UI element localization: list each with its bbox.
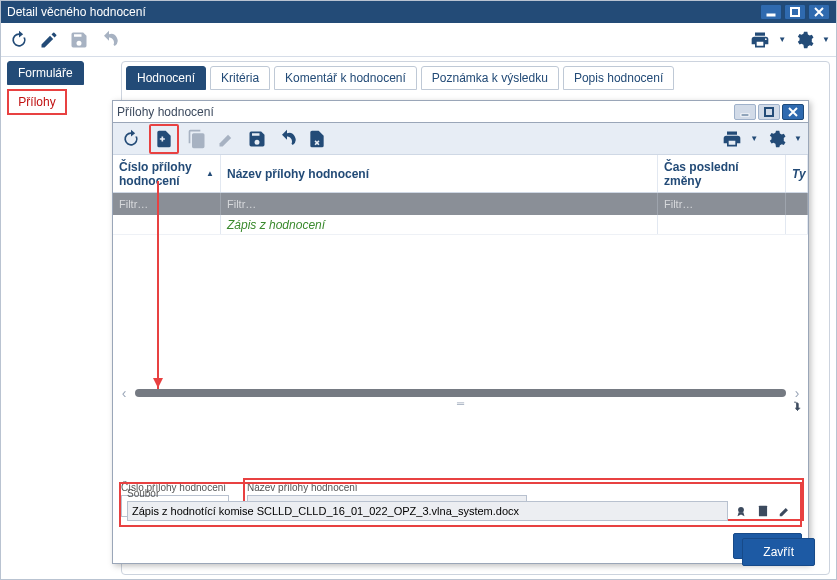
gear-icon[interactable] xyxy=(792,28,816,52)
cell-number xyxy=(113,215,221,234)
undo-icon xyxy=(97,28,121,52)
inner-edit-icon xyxy=(215,127,239,151)
gear-dropdown-icon[interactable]: ▼ xyxy=(822,35,830,44)
svg-rect-1 xyxy=(791,8,799,16)
tab-forms[interactable]: Formuláře xyxy=(7,61,84,85)
outer-footer: Zavřít xyxy=(742,538,815,566)
inner-toolbar: ▼ ▼ xyxy=(113,123,808,155)
main-toolbar: ▼ ▼ xyxy=(1,23,836,57)
scroll-left-icon[interactable]: ‹ xyxy=(117,385,131,401)
delete-icon[interactable] xyxy=(305,127,329,151)
tab-description[interactable]: Popis hodnocení xyxy=(563,66,674,90)
filter-time[interactable]: Filtr… xyxy=(658,193,786,215)
window-title: Detail věcného hodnocení xyxy=(7,5,760,19)
right-pane: Hodnocení Kritéria Komentář k hodnocení … xyxy=(121,61,830,575)
svg-rect-0 xyxy=(767,14,775,16)
annotation-arrow xyxy=(157,181,159,391)
inner-close-button[interactable] xyxy=(782,104,804,120)
cell-type xyxy=(786,215,808,234)
file-field-wrapper: Soubor xyxy=(121,484,800,525)
grid-header: Číslo přílohy hodnocení Název přílohy ho… xyxy=(113,155,808,193)
view-file-icon[interactable] xyxy=(754,502,772,520)
print-icon[interactable] xyxy=(748,28,772,52)
sidebar-item-attachments[interactable]: Přílohy xyxy=(7,89,67,115)
titlebar: Detail věcného hodnocení xyxy=(1,1,836,23)
edit-file-icon[interactable] xyxy=(776,502,794,520)
col-header-number[interactable]: Číslo přílohy hodnocení xyxy=(113,155,221,192)
left-pane: Formuláře Přílohy xyxy=(1,57,121,579)
inner-gear-dropdown-icon[interactable]: ▼ xyxy=(794,134,802,143)
copy-icon xyxy=(185,127,209,151)
print-dropdown-icon[interactable]: ▼ xyxy=(778,35,786,44)
cell-name: Zápis z hodnocení xyxy=(221,215,658,234)
svg-rect-5 xyxy=(759,506,767,517)
inner-print-icon[interactable] xyxy=(720,127,744,151)
tab-note[interactable]: Poznámka k výsledku xyxy=(421,66,559,90)
maximize-button[interactable] xyxy=(784,4,806,20)
main-window: Detail věcného hodnocení ▼ ▼ Formuláře P… xyxy=(0,0,837,580)
seal-icon[interactable] xyxy=(732,502,750,520)
tab-criteria[interactable]: Kritéria xyxy=(210,66,270,90)
input-file[interactable] xyxy=(127,501,728,521)
inner-print-dropdown-icon[interactable]: ▼ xyxy=(750,134,758,143)
tab-row: Hodnocení Kritéria Komentář k hodnocení … xyxy=(126,66,825,90)
inner-gear-icon[interactable] xyxy=(764,127,788,151)
col-header-type[interactable]: Ty xyxy=(786,155,808,192)
attachments-grid: Číslo přílohy hodnocení Název přílohy ho… xyxy=(113,155,808,563)
inner-minimize-button[interactable] xyxy=(734,104,756,120)
close-button[interactable] xyxy=(808,4,830,20)
svg-rect-3 xyxy=(765,108,773,116)
col-header-time[interactable]: Čas poslední změny xyxy=(658,155,786,192)
filter-number[interactable]: Filtr… xyxy=(113,193,221,215)
resize-handle-icon[interactable]: ═ xyxy=(457,398,464,409)
save-icon xyxy=(67,28,91,52)
filter-type[interactable] xyxy=(786,193,808,215)
table-row[interactable]: Zápis z hodnocení xyxy=(113,215,808,235)
edit-icon[interactable] xyxy=(37,28,61,52)
col-header-name[interactable]: Název přílohy hodnocení xyxy=(221,155,658,192)
grid-filter-row: Filtr… Filtr… Filtr… xyxy=(113,193,808,215)
tab-comment[interactable]: Komentář k hodnocení xyxy=(274,66,417,90)
minimize-button[interactable] xyxy=(760,4,782,20)
label-file: Soubor xyxy=(127,488,794,499)
inner-undo-icon[interactable] xyxy=(275,127,299,151)
svg-point-4 xyxy=(738,507,744,513)
refresh-icon[interactable] xyxy=(7,28,31,52)
expand-down-icon[interactable]: ⮯ xyxy=(792,399,804,413)
new-attachment-highlight xyxy=(149,124,179,154)
inner-titlebar: Přílohy hodnocení xyxy=(113,101,808,123)
scroll-track[interactable] xyxy=(135,389,786,397)
inner-refresh-icon[interactable] xyxy=(119,127,143,151)
attachments-modal: Přílohy hodnocení xyxy=(112,100,809,564)
svg-rect-2 xyxy=(741,114,749,116)
inner-save-icon[interactable] xyxy=(245,127,269,151)
tab-evaluation[interactable]: Hodnocení xyxy=(126,66,206,90)
new-attachment-icon[interactable] xyxy=(152,127,176,151)
cell-time xyxy=(658,215,786,234)
inner-title-text: Přílohy hodnocení xyxy=(117,105,734,119)
outer-close-action-button[interactable]: Zavřít xyxy=(742,538,815,566)
main-body: Formuláře Přílohy Hodnocení Kritéria Kom… xyxy=(1,57,836,579)
inner-maximize-button[interactable] xyxy=(758,104,780,120)
filter-name[interactable]: Filtr… xyxy=(221,193,658,215)
